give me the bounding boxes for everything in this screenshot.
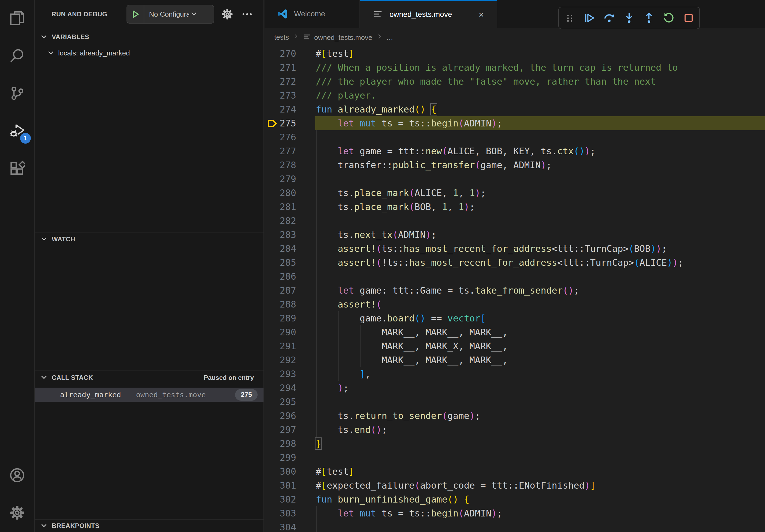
code-line-299[interactable]: 299 <box>265 450 765 464</box>
line-number[interactable]: 304 <box>265 520 296 532</box>
activity-bar-extensions[interactable] <box>0 150 34 187</box>
code-line-276[interactable]: 276 <box>265 130 765 144</box>
tab-owned-tests-move[interactable]: owned_tests.move× <box>360 0 497 28</box>
code-line-273[interactable]: 273/// player. <box>265 89 765 102</box>
launch-configuration-dropdown[interactable]: No Configuration <box>127 5 214 24</box>
line-number[interactable]: 291 <box>265 339 296 353</box>
line-number[interactable]: 295 <box>265 395 296 409</box>
code-line-304[interactable]: 304 <box>265 520 765 532</box>
code-line-277[interactable]: 277 let game = ttt::new(ALICE, BOB, KEY,… <box>265 144 765 158</box>
views-more-actions-icon[interactable] <box>239 6 256 23</box>
code-line-286[interactable]: 286 <box>265 269 765 283</box>
line-number[interactable]: 285 <box>265 256 296 269</box>
continue-icon[interactable] <box>583 12 596 24</box>
breakpoints-section-header[interactable]: BREAKPOINTS <box>35 519 264 532</box>
line-number[interactable]: 282 <box>265 214 296 228</box>
code-line-300[interactable]: 300#[test] <box>265 464 765 478</box>
code-line-302[interactable]: 302fun burn_unfinished_game() { <box>265 492 765 506</box>
activity-bar-account[interactable] <box>0 457 34 494</box>
step-into-icon[interactable] <box>623 12 635 24</box>
code-line-284[interactable]: 284 assert!(ts::has_most_recent_for_addr… <box>265 242 765 256</box>
call-stack-frame-row[interactable]: already_marked owned_tests.move 275 <box>35 388 264 402</box>
code-line-285[interactable]: 285 assert!(!ts::has_most_recent_for_add… <box>265 256 765 269</box>
start-debug-icon[interactable] <box>127 5 144 23</box>
line-number[interactable]: 287 <box>265 283 296 297</box>
line-number[interactable]: 277 <box>265 144 296 158</box>
tab-welcome[interactable]: Welcome <box>265 0 360 28</box>
code-line-281[interactable]: 281 ts.place_mark(BOB, 1, 1); <box>265 200 765 214</box>
line-number[interactable]: 276 <box>265 130 296 144</box>
debug-settings-gear-icon[interactable] <box>219 6 236 23</box>
activity-bar-explorer[interactable] <box>0 0 34 38</box>
close-tab-icon[interactable]: × <box>478 10 484 19</box>
line-number[interactable]: 279 <box>265 172 296 186</box>
code-line-295[interactable]: 295 <box>265 395 765 409</box>
line-number[interactable]: 280 <box>265 186 296 200</box>
code-line-297[interactable]: 297 ts.end(); <box>265 423 765 437</box>
line-number[interactable]: 289 <box>265 311 296 325</box>
line-number[interactable]: 284 <box>265 242 296 256</box>
breadcrumb-item[interactable]: tests <box>274 33 289 42</box>
activity-bar-run-and-debug[interactable]: 1 <box>0 113 34 150</box>
line-number[interactable]: 303 <box>265 506 296 520</box>
code-editor[interactable]: 270#[test]271/// When a position is alre… <box>265 47 765 532</box>
code-line-301[interactable]: 301#[expected_failure(abort_code = ttt::… <box>265 478 765 492</box>
code-line-270[interactable]: 270#[test] <box>265 47 765 61</box>
line-number[interactable]: 298 <box>265 437 296 450</box>
code-line-289[interactable]: 289 game.board() == vector[ <box>265 311 765 325</box>
breadcrumb[interactable]: testsowned_tests.move… <box>265 28 765 47</box>
code-line-288[interactable]: 288 assert!( <box>265 297 765 311</box>
code-line-294[interactable]: 294 ); <box>265 381 765 395</box>
code-line-279[interactable]: 279 <box>265 172 765 186</box>
code-line-296[interactable]: 296 ts.return_to_sender(game); <box>265 409 765 423</box>
line-number[interactable]: 288 <box>265 297 296 311</box>
breadcrumb-item[interactable]: owned_tests.move <box>303 33 372 42</box>
stop-icon[interactable] <box>682 12 695 24</box>
activity-bar-source-control[interactable] <box>0 75 34 113</box>
restart-icon[interactable] <box>663 12 675 24</box>
step-over-icon[interactable] <box>603 12 615 24</box>
code-line-290[interactable]: 290 MARK__, MARK__, MARK__, <box>265 325 765 339</box>
code-line-274[interactable]: 274fun already_marked() { <box>265 102 765 116</box>
variables-scope-locals[interactable]: locals: already_marked <box>35 46 264 60</box>
line-number[interactable]: 293 <box>265 367 296 381</box>
line-number[interactable]: 292 <box>265 353 296 367</box>
code-line-291[interactable]: 291 MARK__, MARK_X, MARK__, <box>265 339 765 353</box>
code-line-280[interactable]: 280 ts.place_mark(ALICE, 1, 1); <box>265 186 765 200</box>
line-number[interactable]: 286 <box>265 269 296 283</box>
line-number[interactable]: 299 <box>265 450 296 464</box>
line-number[interactable]: 271 <box>265 61 296 75</box>
line-number[interactable]: 297 <box>265 423 296 437</box>
line-number[interactable]: 294 <box>265 381 296 395</box>
code-line-271[interactable]: 271/// When a position is already marked… <box>265 61 765 75</box>
line-number[interactable]: 272 <box>265 75 296 89</box>
code-line-272[interactable]: 272/// the player who made the "false" m… <box>265 75 765 89</box>
code-line-292[interactable]: 292 MARK__, MARK__, MARK__, <box>265 353 765 367</box>
line-number[interactable]: 281 <box>265 200 296 214</box>
line-number[interactable]: 300 <box>265 464 296 478</box>
line-number[interactable]: 270 <box>265 47 296 61</box>
line-number[interactable]: 302 <box>265 492 296 506</box>
call-stack-section-header[interactable]: CALL STACK Paused on entry <box>35 371 264 385</box>
activity-bar-settings-gear[interactable] <box>0 494 34 532</box>
line-number[interactable]: 301 <box>265 478 296 492</box>
line-number[interactable]: 278 <box>265 158 296 172</box>
code-line-303[interactable]: 303 let mut ts = ts::begin(ADMIN); <box>265 506 765 520</box>
code-line-298[interactable]: 298} <box>265 437 765 450</box>
step-out-icon[interactable] <box>643 12 655 24</box>
line-number[interactable]: 283 <box>265 228 296 242</box>
code-line-287[interactable]: 287 let game: ttt::Game = ts.take_from_s… <box>265 283 765 297</box>
code-line-293[interactable]: 293 ], <box>265 367 765 381</box>
code-line-283[interactable]: 283 ts.next_tx(ADMIN); <box>265 228 765 242</box>
line-number[interactable]: 274 <box>265 102 296 116</box>
line-number[interactable]: 296 <box>265 409 296 423</box>
line-number[interactable]: 290 <box>265 325 296 339</box>
breadcrumb-item[interactable]: … <box>386 33 393 42</box>
code-line-278[interactable]: 278 transfer::public_transfer(game, ADMI… <box>265 158 765 172</box>
activity-bar-search[interactable] <box>0 38 34 75</box>
line-number[interactable]: 273 <box>265 89 296 102</box>
watch-section-header[interactable]: WATCH <box>35 232 264 246</box>
code-line-282[interactable]: 282 <box>265 214 765 228</box>
code-line-275[interactable]: 275 let mut ts = ts::begin(ADMIN); <box>265 116 765 130</box>
variables-section-header[interactable]: VARIABLES <box>35 30 264 44</box>
